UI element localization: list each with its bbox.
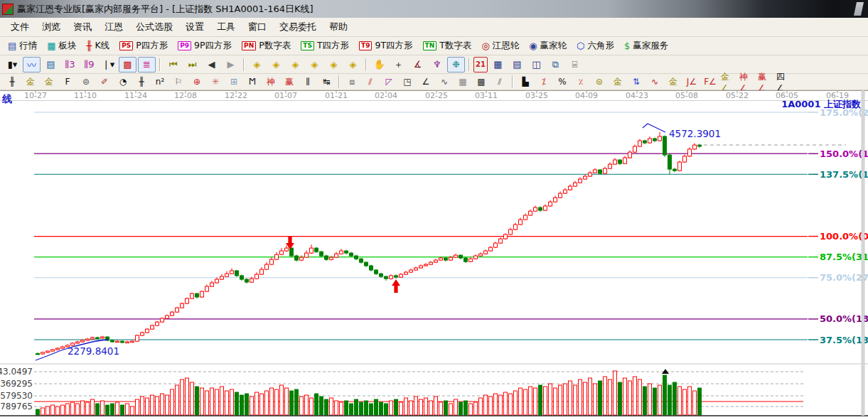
f-angle-tool[interactable]: F∠	[702, 75, 719, 89]
grid-box-tool[interactable]: ▩	[473, 75, 490, 89]
gold-circle-tool[interactable]: ⊜	[591, 75, 608, 89]
gann-expand-button[interactable]: ◈	[286, 57, 304, 72]
t-square-button[interactable]: TST四方形	[296, 38, 354, 54]
zigzag-overlay-tool[interactable]: 〰	[23, 57, 41, 72]
pattern-frame-tool[interactable]: ▩	[119, 57, 136, 72]
angle-measure-tool[interactable]: ∡	[409, 57, 427, 72]
calculator-tool[interactable]: ▦	[489, 57, 507, 72]
peak-price-label[interactable]: 4572.3901	[669, 128, 721, 139]
m-marks-tool[interactable]: Ϻ	[244, 75, 261, 89]
gold-line-tool[interactable]: 金	[609, 75, 626, 89]
ruler-123-tool[interactable]: ⫼	[299, 75, 316, 89]
gann-shift-left-button[interactable]: ◈	[248, 57, 266, 72]
percent-line-tool[interactable]: ٪	[572, 75, 589, 89]
winner-service-button[interactable]: $赢家服务	[619, 38, 673, 54]
start-price-label[interactable]: 2279.8401	[68, 345, 119, 357]
save-tool[interactable]: ◫	[527, 57, 545, 72]
candle-type-dropdown[interactable]: ▮▾	[4, 57, 21, 72]
fan-square-tool[interactable]: ◳	[399, 75, 416, 89]
grid-target-tool[interactable]: ⊞	[225, 75, 242, 89]
gann-grid-button[interactable]: ◈	[344, 57, 362, 72]
menu-item-交易委托[interactable]: 交易委托	[273, 18, 323, 36]
menu-item-资讯[interactable]: 资讯	[67, 18, 98, 36]
fan-lines-tool[interactable]: ⫽	[362, 75, 379, 89]
gann-wheel-button[interactable]: ◎江恩轮	[476, 38, 524, 54]
chart-export-tool[interactable]: ⧉	[547, 57, 564, 72]
9p-square-button[interactable]: P99P四方形	[173, 38, 237, 54]
next-button[interactable]: ▶	[222, 57, 240, 72]
angle-lines-tool[interactable]: ∠	[417, 75, 434, 89]
gann-shift-right-button[interactable]: ◈	[267, 57, 285, 72]
si-angle-tool[interactable]: 四∠	[776, 75, 793, 89]
t-number-table-button[interactable]: TNT数字表	[418, 38, 477, 54]
hexagon-button[interactable]: ⬡六角形	[572, 38, 619, 54]
winner-wheel-button[interactable]: ◉赢家轮	[524, 38, 572, 54]
menu-item-帮助[interactable]: 帮助	[323, 18, 354, 36]
frame-box-tool[interactable]: ⧈	[343, 75, 360, 89]
candle-adjust-tool[interactable]: ⇅	[628, 75, 645, 89]
sectors-button[interactable]: ▦板块	[42, 38, 81, 54]
menu-item-窗口[interactable]: 窗口	[242, 18, 273, 36]
flag-measure-tool[interactable]: ⚐	[170, 75, 187, 89]
spiral-tool[interactable]: ⊚	[77, 75, 95, 89]
gann-star-button[interactable]: ◈	[325, 57, 343, 72]
single-candle-dropdown[interactable]: ❘▾	[100, 57, 117, 72]
hand-tool[interactable]: ✋	[370, 57, 388, 72]
p-number-table-button[interactable]: PNP数字表	[237, 38, 296, 54]
color-histogram-tool[interactable]: ≣	[138, 57, 156, 72]
bars-3-tool[interactable]: ⫼3	[61, 57, 79, 72]
prev-button[interactable]: ◀	[203, 57, 220, 72]
gann-compress-button[interactable]: ◈	[306, 57, 323, 72]
gold-angle-tool[interactable]: 金∠	[720, 75, 737, 89]
grid-dots-tool[interactable]: ▦	[454, 75, 471, 89]
target-red-tool[interactable]: ⊕	[188, 75, 205, 89]
pane-tab-label[interactable]: 线	[1, 93, 12, 104]
ying-angle-tool[interactable]: 赢∠	[757, 75, 774, 89]
remote-pc-tool[interactable]: ⌸	[566, 57, 584, 72]
span-arrow-tool[interactable]: ↹	[318, 75, 335, 89]
j-angle-tool[interactable]: J∠	[683, 75, 700, 89]
kline-chart-canvas[interactable]: 10-2711-1011-2412-0812-2201-0701-2102-04…	[0, 90, 868, 420]
crosshair-tool[interactable]: ＋	[390, 57, 407, 72]
stats-percent-tool[interactable]: ▙	[517, 75, 534, 89]
first-page-button[interactable]: ⏮	[164, 57, 182, 72]
n2-ruler-tool[interactable]: n²	[151, 75, 168, 89]
report-tool[interactable]: ▤	[42, 57, 60, 72]
memo-tool[interactable]: ▤	[508, 57, 526, 72]
right-scrollbar[interactable]	[862, 90, 864, 416]
9t-square-button[interactable]: T99T四方形	[354, 38, 418, 54]
shen-tool[interactable]: 神	[262, 75, 279, 89]
p-square-button[interactable]: PSP四方形	[114, 38, 173, 54]
strike-percent-tool[interactable]: ⁒	[535, 75, 552, 89]
gold-split-tool-2[interactable]: 金	[41, 75, 58, 89]
wave-check-tool[interactable]: ∿	[436, 75, 453, 89]
tick-ruler-tool[interactable]: ╫	[133, 75, 150, 89]
parallel-lines-tool[interactable]: ⫽	[491, 75, 508, 89]
ying-tool[interactable]: 赢	[281, 75, 298, 89]
gann-clock-tool[interactable]: ◔	[114, 75, 132, 89]
candle-body	[365, 262, 368, 266]
menu-item-浏览[interactable]: 浏览	[36, 18, 67, 36]
shen-angle-tool[interactable]: 神∠	[739, 75, 756, 89]
fan-box-tool[interactable]: ◸	[380, 75, 397, 89]
percent-tool[interactable]: %	[554, 75, 571, 89]
gold-bar-tool[interactable]: 金	[665, 75, 682, 89]
gold-split-tool-1[interactable]: 金	[22, 75, 39, 89]
calendar-tool[interactable]: 21	[473, 57, 488, 72]
bars-9-tool[interactable]: ⫼9	[80, 57, 98, 72]
gann-brain-tool[interactable]: ❉	[447, 57, 465, 72]
fibonacci-ruler-tool[interactable]: F	[59, 75, 76, 89]
menu-item-设置[interactable]: 设置	[179, 18, 210, 36]
wave-red-tool[interactable]: ∿	[646, 75, 663, 89]
kline-button[interactable]: ╫K线	[82, 38, 115, 54]
gann-emblem-tool[interactable]: ♆	[428, 57, 446, 72]
last-page-button[interactable]: ⏭	[183, 57, 201, 72]
brush-rocket-tool[interactable]: ✐	[96, 75, 113, 89]
menu-item-工具[interactable]: 工具	[210, 18, 242, 36]
menu-item-文件[interactable]: 文件	[4, 18, 36, 36]
menu-item-公式选股[interactable]: 公式选股	[129, 18, 179, 36]
quotes-button[interactable]: ▤行情	[3, 38, 42, 54]
target-dots-tool[interactable]: ✳	[207, 75, 224, 89]
gann-scale-tool[interactable]: ╫	[4, 75, 21, 89]
menu-item-江恩[interactable]: 江恩	[98, 18, 129, 36]
